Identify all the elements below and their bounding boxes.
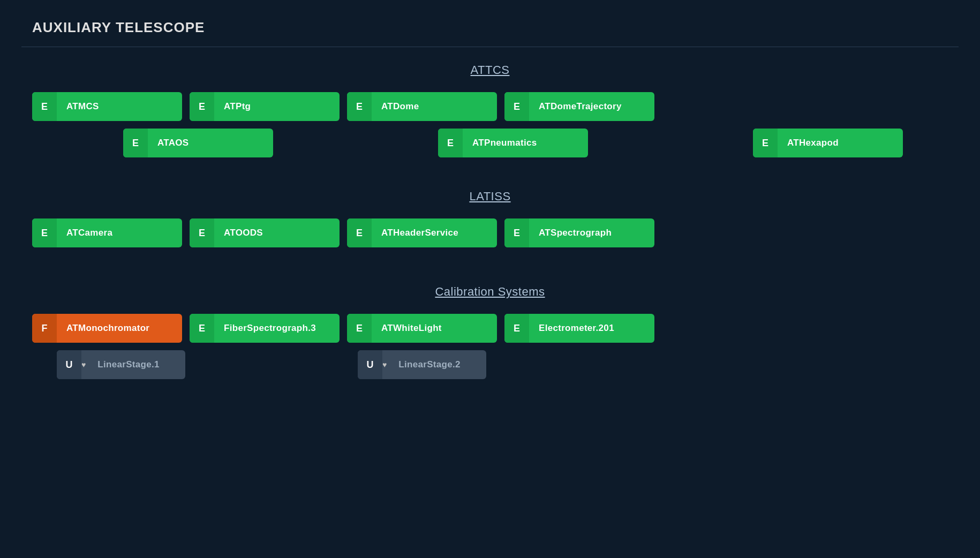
atspectrograph-card[interactable]: E ATSpectrograph <box>504 218 654 247</box>
atwhitelight-status: E <box>347 314 372 343</box>
attcs-spacer2 <box>595 129 745 157</box>
linearstage2-card[interactable]: U ♥ LinearStage.2 <box>358 350 486 379</box>
sub-spacer-col2 <box>193 350 350 379</box>
latiss-row1: E ATCamera E ATOODS E ATHeaderService E … <box>32 218 948 247</box>
atptg-name: ATPtg <box>214 101 340 112</box>
atcamera-card[interactable]: E ATCamera <box>32 218 182 247</box>
atmonochromator-name: ATMonochromator <box>57 323 182 334</box>
atmcs-status: E <box>32 92 57 121</box>
athexapod-name: ATHexapod <box>778 138 903 148</box>
atmonochromator-status: F <box>32 314 57 343</box>
sub2-container: U ♥ LinearStage.2 <box>358 350 486 379</box>
page-title: AUXILIARY TELESCOPE <box>0 0 980 47</box>
atdome-status: E <box>347 92 372 121</box>
linearstage2-status: U <box>358 350 382 379</box>
athexapod-card[interactable]: E ATHexapod <box>753 129 903 157</box>
calibration-section: Calibration Systems F ATMonochromator E … <box>0 253 980 384</box>
atpneumatics-name: ATPneumatics <box>463 138 588 148</box>
atoods-status: E <box>190 218 214 247</box>
atwhitelight-name: ATWhiteLight <box>372 323 497 334</box>
athexapod-status: E <box>753 129 778 157</box>
atheaderservice-status: E <box>347 218 372 247</box>
ataos-name: ATAOS <box>148 138 273 148</box>
atptg-status: E <box>190 92 214 121</box>
atdome-card[interactable]: E ATDome <box>347 92 497 121</box>
atptg-card[interactable]: E ATPtg <box>190 92 340 121</box>
atheaderservice-card[interactable]: E ATHeaderService <box>347 218 497 247</box>
calibration-row1: F ATMonochromator E FiberSpectrograph.3 … <box>32 314 948 343</box>
fiberspectrograph-name: FiberSpectrograph.3 <box>214 323 340 334</box>
atdome-name: ATDome <box>372 101 497 112</box>
attcs-spacer1 <box>281 129 431 157</box>
heart-icon-2: ♥ <box>382 360 387 369</box>
attcs-row1: E ATMCS E ATPtg E ATDome E ATDomeTraject… <box>32 92 948 121</box>
fiberspectrograph-status: E <box>190 314 214 343</box>
atmonochromator-card[interactable]: F ATMonochromator <box>32 314 182 343</box>
linearstage1-name: LinearStage.1 <box>88 359 185 370</box>
atdometrajectory-name: ATDomeTrajectory <box>529 101 654 112</box>
linearstage1-card[interactable]: U ♥ LinearStage.1 <box>57 350 185 379</box>
atoods-name: ATOODS <box>214 228 340 238</box>
atcamera-status: E <box>32 218 57 247</box>
atwhitelight-card[interactable]: E ATWhiteLight <box>347 314 497 343</box>
atspectrograph-status: E <box>504 218 529 247</box>
atmcs-card[interactable]: E ATMCS <box>32 92 182 121</box>
attcs-section: ATTCS E ATMCS E ATPtg E ATDome E ATDomeT… <box>0 47 980 163</box>
attcs-row2: E ATAOS E ATPneumatics E ATHexapod <box>32 129 948 157</box>
calibration-title: Calibration Systems <box>32 285 948 299</box>
atpneumatics-card[interactable]: E ATPneumatics <box>438 129 588 157</box>
fiberspectrograph-card[interactable]: E FiberSpectrograph.3 <box>190 314 340 343</box>
electrometer-name: Electrometer.201 <box>529 323 654 334</box>
electrometer-status: E <box>504 314 529 343</box>
atpneumatics-status: E <box>438 129 463 157</box>
atcamera-name: ATCamera <box>57 228 182 238</box>
linearstage1-status: U <box>57 350 81 379</box>
sub1-spacer: U ♥ LinearStage.1 <box>32 350 185 379</box>
heart-icon-1: ♥ <box>81 360 86 369</box>
electrometer-card[interactable]: E Electrometer.201 <box>504 314 654 343</box>
atheaderservice-name: ATHeaderService <box>372 228 497 238</box>
linearstage2-name: LinearStage.2 <box>389 359 486 370</box>
latiss-section: LATISS E ATCamera E ATOODS E ATHeaderSer… <box>0 163 980 253</box>
calibration-sub-row: U ♥ LinearStage.1 U ♥ LinearStage.2 <box>32 350 948 379</box>
atoods-card[interactable]: E ATOODS <box>190 218 340 247</box>
ataos-status: E <box>123 129 148 157</box>
ataos-card[interactable]: E ATAOS <box>123 129 273 157</box>
attcs-title: ATTCS <box>32 63 948 77</box>
atspectrograph-name: ATSpectrograph <box>529 228 654 238</box>
atdometrajectory-status: E <box>504 92 529 121</box>
atdometrajectory-card[interactable]: E ATDomeTrajectory <box>504 92 654 121</box>
atmcs-name: ATMCS <box>57 101 182 112</box>
latiss-title: LATISS <box>32 190 948 203</box>
